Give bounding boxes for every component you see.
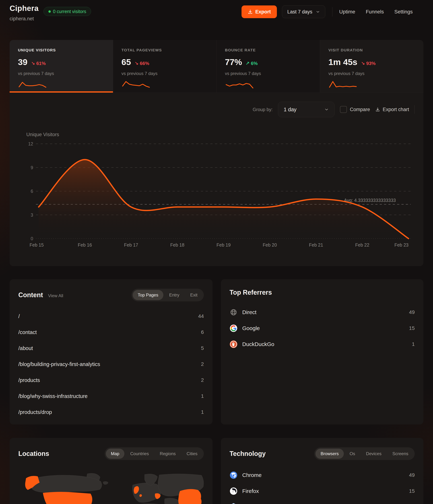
stat-card-bounce-rate[interactable]: BOUNCE RATE 77% ↗ 6% vs previous 7 days — [217, 40, 320, 93]
content-tabs: Top Pages Entry Exit — [131, 289, 204, 301]
controls-divider — [415, 105, 415, 114]
export-button[interactable]: Export — [242, 5, 277, 18]
page-row[interactable]: /blog/building-privacy-first-analytics2 — [18, 356, 204, 372]
view-all-link[interactable]: View All — [48, 293, 63, 298]
content-title: Content — [18, 291, 43, 299]
main-chart-card: UNIQUE VISITORS 39 ↘ 61% vs previous 7 d… — [10, 40, 423, 266]
sparkline-icon — [121, 79, 150, 90]
browser-row[interactable]: Chrome 49 — [230, 467, 415, 483]
compare-label: Compare — [350, 107, 370, 112]
export-label: Export — [255, 9, 271, 15]
referrer-row[interactable]: DuckDuckGo 1 — [230, 336, 415, 352]
content-panel: Content View All Top Pages Entry Exit /4… — [10, 279, 213, 424]
tab-cities[interactable]: Cities — [182, 449, 203, 459]
tab-devices[interactable]: Devices — [361, 449, 387, 459]
duckduckgo-icon — [230, 340, 238, 348]
svg-text:6: 6 — [31, 189, 33, 194]
stat-card-unique-visitors[interactable]: UNIQUE VISITORS 39 ↘ 61% vs previous 7 d… — [10, 40, 113, 93]
stat-compare-label: vs previous 7 days — [18, 71, 113, 76]
current-visitors-label: 0 current visitors — [53, 9, 86, 14]
date-range-value: Last 7 days — [287, 9, 312, 15]
tab-screens[interactable]: Screens — [387, 449, 413, 459]
header-nav: Uptime Funnels Settings — [339, 9, 413, 15]
header-actions: Export Last 7 days Uptime Funnels Settin… — [242, 5, 413, 18]
referrers-title: Top Referrers — [230, 289, 272, 296]
tab-countries[interactable]: Countries — [125, 449, 154, 459]
technology-tabs: Browsers Os Devices Screens — [314, 447, 415, 460]
stat-compare-label: vs previous 7 days — [121, 71, 216, 76]
stat-delta: ↘ 66% — [135, 61, 149, 66]
tab-exit[interactable]: Exit — [185, 290, 203, 300]
page-row[interactable]: /contact6 — [18, 324, 204, 340]
page-row[interactable]: /about5 — [18, 340, 204, 356]
nav-item-funnels[interactable]: Funnels — [366, 9, 384, 15]
sparkline-icon — [225, 79, 254, 90]
stat-label: TOTAL PAGEVIEWS — [121, 48, 216, 52]
group-by-selector[interactable]: 1 day — [278, 102, 335, 117]
svg-text:Avg: 4.333333333333333: Avg: 4.333333333333333 — [344, 198, 396, 203]
technology-panel: Technology Browsers Os Devices Screens C… — [221, 438, 423, 504]
chrome-icon — [230, 471, 238, 479]
browser-row[interactable] — [230, 499, 415, 504]
stat-delta: ↘ 61% — [31, 61, 46, 66]
chevron-down-icon — [324, 107, 329, 112]
nav-item-uptime[interactable]: Uptime — [339, 9, 355, 15]
tab-top-pages[interactable]: Top Pages — [133, 290, 163, 300]
locations-title: Locations — [18, 450, 49, 458]
svg-text:Feb 18: Feb 18 — [170, 242, 184, 247]
svg-text:Unique Visitors: Unique Visitors — [26, 132, 59, 137]
referrer-row[interactable]: Google 15 — [230, 320, 415, 336]
globe-icon — [230, 308, 238, 316]
stat-card-visit-duration[interactable]: VISIT DURATION 1m 45s ↘ 93% vs previous … — [320, 40, 423, 93]
tab-browsers[interactable]: Browsers — [315, 449, 344, 459]
group-by-label: Group by: — [253, 107, 273, 112]
tab-os[interactable]: Os — [345, 449, 360, 459]
svg-text:Feb 22: Feb 22 — [355, 242, 369, 247]
analytics-dashboard: Ciphera ciphera.net 0 current visitors E… — [0, 0, 433, 504]
export-chart-button[interactable]: Export chart — [375, 107, 409, 112]
site-domain: ciphera.net — [10, 16, 34, 22]
download-icon — [375, 107, 380, 112]
date-range-selector[interactable]: Last 7 days — [282, 5, 325, 18]
stat-value: 1m 45s — [328, 57, 357, 67]
firefox-icon — [230, 487, 238, 495]
page-row[interactable]: /44 — [18, 308, 204, 324]
sparkline-icon — [328, 79, 357, 90]
page-row[interactable]: /products/drop1 — [18, 404, 204, 420]
tab-regions[interactable]: Regions — [155, 449, 181, 459]
header-divider — [332, 7, 332, 17]
world-map[interactable] — [17, 465, 205, 504]
stat-card-total-pageviews[interactable]: TOTAL PAGEVIEWS 65 ↘ 66% vs previous 7 d… — [113, 40, 217, 93]
current-visitors-badge: 0 current visitors — [43, 7, 91, 16]
stat-label: UNIQUE VISITORS — [18, 48, 113, 52]
referrer-row[interactable]: Direct 49 — [230, 304, 415, 320]
download-icon — [248, 9, 253, 14]
chart-controls: Group by: 1 day Compare Export chart — [253, 102, 415, 117]
compare-toggle[interactable]: Compare — [340, 106, 370, 113]
tab-map[interactable]: Map — [106, 449, 125, 459]
tab-entry[interactable]: Entry — [164, 290, 184, 300]
top-referrers-panel: Top Referrers Direct 49 — [221, 279, 423, 424]
svg-text:Feb 23: Feb 23 — [394, 242, 408, 247]
compare-checkbox[interactable] — [340, 106, 347, 113]
page-row[interactable]: /products2 — [18, 372, 204, 388]
locations-tabs: Map Countries Regions Cities — [105, 447, 204, 460]
svg-text:3: 3 — [31, 212, 33, 217]
chevron-down-icon — [316, 10, 320, 14]
locations-panel: Locations Map Countries Regions Cities — [10, 438, 213, 504]
browser-row[interactable]: Firefox 15 — [230, 483, 415, 499]
stat-label: VISIT DURATION — [328, 48, 423, 52]
export-chart-label: Export chart — [383, 107, 409, 112]
world-map-icon — [17, 465, 205, 504]
group-by-value: 1 day — [284, 107, 296, 113]
svg-text:9: 9 — [31, 165, 33, 170]
svg-text:Feb 15: Feb 15 — [30, 242, 44, 247]
stat-delta: ↗ 6% — [246, 61, 258, 66]
page-row[interactable]: /blog/why-swiss-infrastructure1 — [18, 388, 204, 404]
stat-value: 65 — [121, 57, 131, 67]
stat-label: BOUNCE RATE — [225, 48, 320, 52]
stat-value: 77% — [225, 57, 242, 67]
svg-text:0: 0 — [31, 236, 33, 241]
google-icon — [230, 324, 238, 332]
nav-item-settings[interactable]: Settings — [394, 9, 413, 15]
